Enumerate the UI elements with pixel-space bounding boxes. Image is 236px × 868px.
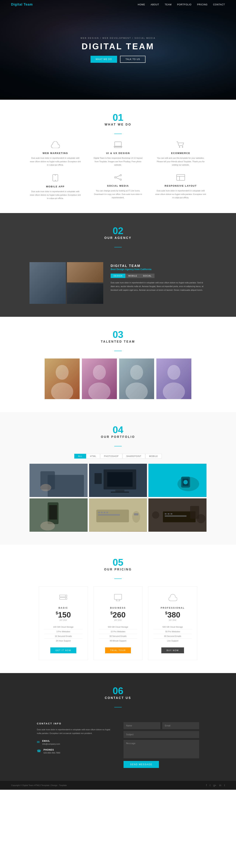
footer: Copyright © Digital Team HTML5 Template …: [0, 781, 236, 790]
service-ui-ux-desc: Digital Team is free responsive Bootstra…: [92, 156, 144, 167]
svg-rect-54: [171, 513, 172, 515]
pricing-business-period: per year: [99, 619, 137, 621]
mobile-icon: [30, 174, 81, 183]
divider: [114, 134, 122, 134]
team-member-4: [156, 359, 191, 399]
pricing-business-button[interactable]: TRIAL TOUR: [105, 647, 131, 653]
service-ui-ux: UI & UX DESIGN Digital Team is free resp…: [92, 142, 144, 167]
filter-mobile[interactable]: MOBILE: [145, 454, 162, 459]
svg-point-14: [56, 365, 69, 380]
contact-info-desc: Duis aute irure dolor in reprehenderit i…: [37, 728, 112, 735]
agency-tab-design[interactable]: DESIGN: [111, 274, 125, 278]
service-web-marketing: WEB MARKETING Duis aute irure dolor in r…: [30, 142, 81, 167]
team-member-3-image: [119, 359, 154, 399]
agency-tab-social[interactable]: SOCIAL: [140, 274, 155, 278]
portfolio-item-1[interactable]: [30, 464, 88, 497]
nav-pricing[interactable]: PRICING: [197, 3, 208, 6]
pricing-business-name: BUSINESS: [99, 607, 137, 609]
feature-item: 16 Secured Emails: [44, 634, 82, 639]
team-member-1: [45, 359, 80, 399]
laptop-icon: [92, 142, 144, 150]
contact-subject-input[interactable]: [124, 731, 199, 738]
contact-email-detail: ✉ EMAIL info@company.com: [37, 740, 112, 746]
pricing-card-basic: BASIC $150 per year 100 GB Cloud Storage…: [39, 586, 88, 660]
service-responsive-desc: Duis aute irure dolor in reprehenderit i…: [155, 189, 206, 199]
filter-html[interactable]: HTML: [86, 454, 100, 459]
svg-rect-11: [177, 175, 185, 180]
svg-rect-28: [107, 472, 133, 487]
send-message-button[interactable]: SEND MESSAGE: [124, 761, 159, 768]
pricing-business-features: 500 GB Cloud Storage 15 Pro Websites 30 …: [99, 625, 137, 643]
form-row-subject: [124, 731, 199, 738]
nav-portfolio[interactable]: PORTFOLIO: [177, 3, 192, 6]
portfolio-item-2[interactable]: [89, 464, 147, 497]
navigation: Digital Team HOME ABOUT TEAM PORTFOLIO P…: [0, 0, 236, 9]
svg-point-62: [65, 598, 66, 599]
service-mobile-title: MOBILE APP: [30, 185, 81, 188]
social-linkedin[interactable]: in: [219, 784, 221, 787]
service-web-marketing-title: WEB MARKETING: [30, 152, 81, 155]
svg-rect-43: [98, 512, 100, 513]
contact-form: SEND MESSAGE: [124, 722, 199, 768]
pricing-basic-button[interactable]: GET IT NOW: [50, 647, 76, 653]
agency-text-content: DIGITAL TEAM Best Design Agency from Cal…: [111, 262, 206, 304]
cloud-icon: [30, 142, 81, 150]
social-twitter[interactable]: t: [210, 784, 210, 787]
team-divider: [114, 351, 122, 351]
agency-image-1: [30, 262, 66, 304]
contact-number: 06: [0, 686, 236, 695]
contact-email-label: EMAIL: [42, 740, 60, 742]
service-ui-ux-title: UI & UX DESIGN: [92, 152, 144, 155]
contact-title: CONTACT US: [0, 696, 236, 700]
svg-rect-32: [148, 464, 206, 497]
agency-tabs: DESIGN MOBILE SOCIAL: [111, 274, 206, 278]
feature-item: 24 Hour Support: [44, 639, 82, 643]
svg-point-25: [40, 484, 51, 491]
nav-logo[interactable]: Digital Team: [11, 3, 33, 6]
contact-name-input[interactable]: [124, 722, 160, 729]
pricing-professional-button[interactable]: BUY NOW: [161, 647, 184, 653]
portfolio-item-4[interactable]: [30, 498, 88, 532]
nav-team[interactable]: TEAM: [165, 3, 171, 6]
portfolio-item-3[interactable]: [148, 464, 206, 497]
service-ecommerce-desc: You can edit and use this template for y…: [155, 156, 206, 167]
contact-email-content: EMAIL info@company.com: [42, 740, 60, 746]
hero-subtitle: WEB DESIGN / WEB DEVELOPMENT / SOCIAL ME…: [80, 37, 156, 39]
contact-message-input[interactable]: [124, 740, 199, 758]
nav-about[interactable]: ABOUT: [150, 3, 159, 6]
pricing-basic-name: BASIC: [44, 607, 82, 609]
agency-tab-mobile[interactable]: MOBILE: [125, 274, 140, 278]
svg-point-21: [163, 382, 185, 399]
portfolio-grid: [30, 464, 206, 532]
hero-primary-button[interactable]: What We Do: [91, 56, 117, 63]
svg-rect-63: [114, 594, 122, 599]
nav-home[interactable]: HOME: [138, 3, 145, 6]
svg-point-56: [152, 512, 159, 519]
team-member-2: [82, 359, 117, 399]
talented-team-title: TALENTED TEAM: [11, 340, 225, 343]
social-google-plus[interactable]: g+: [213, 784, 216, 787]
svg-point-17: [88, 382, 110, 399]
contact-phone-content: PHONES 020-800-456-7890: [43, 749, 60, 755]
nav-links: HOME ABOUT TEAM PORTFOLIO PRICING CONTAC…: [138, 3, 225, 6]
filter-photoshop[interactable]: PHOTOSHOP: [100, 454, 123, 459]
hero-outline-button[interactable]: Talk to Us: [120, 56, 146, 63]
services-grid: WEB MARKETING Duis aute irure dolor in r…: [30, 142, 206, 200]
team-member-3: [119, 359, 154, 399]
filter-sharepoint[interactable]: SHAREPOINT: [123, 454, 145, 459]
contact-phone-value: 020-800-456-7890: [43, 751, 60, 755]
filter-all[interactable]: ALL: [74, 454, 86, 459]
portfolio-item-6[interactable]: [148, 498, 206, 532]
contact-email-input[interactable]: [162, 722, 199, 729]
feature-item: 48 Minute Support: [99, 639, 137, 643]
social-tumblr[interactable]: t: [224, 784, 225, 787]
service-web-marketing-desc: Duis aute irure dolor in reprehenderit i…: [30, 156, 81, 167]
social-facebook[interactable]: f: [206, 784, 207, 787]
svg-rect-24: [47, 475, 84, 497]
portfolio-item-5[interactable]: [89, 498, 147, 532]
nav-contact[interactable]: CONTACT: [213, 3, 225, 6]
contact-info: CONTACT INFO Duis aute irure dolor in re…: [37, 722, 112, 768]
footer-copy: Copyright © Digital Team HTML5 Template …: [11, 784, 67, 786]
svg-point-61: [65, 595, 66, 596]
svg-rect-44: [101, 512, 103, 513]
